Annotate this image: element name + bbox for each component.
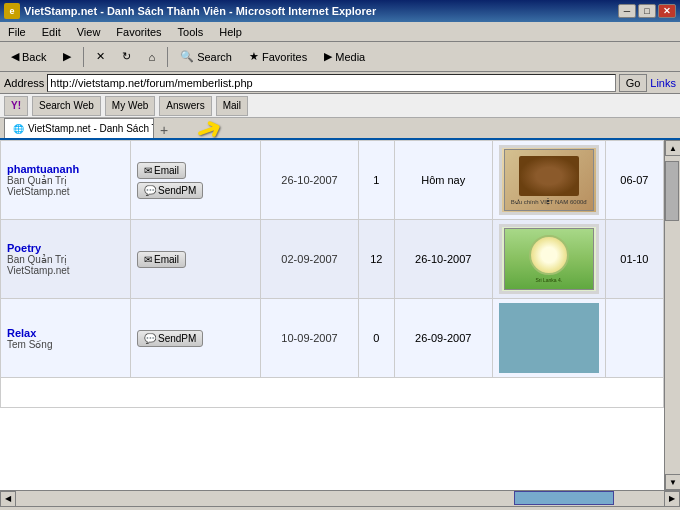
sendpm-button[interactable]: 💬 SendPM (137, 182, 203, 199)
minimize-button[interactable]: ─ (618, 4, 636, 18)
last-visit-cell: Hôm nay (394, 141, 492, 220)
table-row: Poetry Ban Quản Trị VietStamp.net ✉ Emai… (1, 220, 664, 299)
member-role: Ban Quản Trị (7, 175, 124, 186)
member-role: Ban Quản Trị (7, 254, 124, 265)
member-link[interactable]: Poetry (7, 242, 41, 254)
yahoo-toolbar: Y! Search Web My Web Answers Mail (0, 94, 680, 118)
links-label[interactable]: Links (650, 77, 676, 89)
table-row: phamtuananh Ban Quản Trị VietStamp.net ✉… (1, 141, 664, 220)
search-button[interactable]: 🔍 Search (173, 45, 239, 69)
scroll-left-button[interactable]: ◀ (0, 491, 16, 507)
table-row: Relax Tem Sống 💬 SendPM 10-09-2007 0 (1, 299, 664, 378)
member-name-cell: phamtuananh Ban Quản Trị VietStamp.net (1, 141, 131, 220)
posts-cell: 1 (359, 141, 395, 220)
search-icon: 🔍 (180, 50, 194, 63)
menu-view[interactable]: View (73, 26, 105, 38)
sendpm-button[interactable]: 💬 SendPM (137, 330, 203, 347)
back-arrow-icon: ◀ (11, 50, 19, 63)
forward-button[interactable]: ▶ (56, 45, 78, 69)
email-button[interactable]: ✉ Email (137, 251, 186, 268)
favorites-button[interactable]: ★ Favorites (242, 45, 314, 69)
window-title: VietStamp.net - Danh Sách Thành Viên - M… (24, 5, 376, 17)
back-button[interactable]: ◀ Back (4, 45, 53, 69)
last-visit-cell: 26-10-2007 (394, 220, 492, 299)
yahoo-logo-button[interactable]: Y! (4, 96, 28, 116)
menu-file[interactable]: File (4, 26, 30, 38)
member-table: phamtuananh Ban Quản Trị VietStamp.net ✉… (0, 140, 664, 408)
stamp-graphic (519, 156, 579, 196)
address-label: Address (4, 77, 44, 89)
address-input[interactable] (47, 74, 615, 92)
stamp-image: Sri Lanka 4. (499, 224, 599, 294)
close-button[interactable]: ✕ (658, 4, 676, 18)
stamp-inner: Sri Lanka 4. (504, 228, 594, 290)
email-icon: ✉ (144, 165, 152, 176)
member-role: Tem Sống (7, 339, 124, 350)
title-bar: e VietStamp.net - Danh Sách Thành Viên -… (0, 0, 680, 22)
stop-button[interactable]: ✕ (89, 45, 112, 69)
scroll-track[interactable] (665, 156, 680, 474)
member-buttons-cell: ✉ Email 💬 SendPM (131, 141, 261, 220)
maximize-button[interactable]: □ (638, 4, 656, 18)
stamp-label: Bưu chính VIỆT NAM 6000đ (511, 198, 587, 205)
browser-window: e VietStamp.net - Danh Sách Thành Viên -… (0, 0, 680, 510)
browser-icon: e (4, 3, 20, 19)
go-button[interactable]: Go (619, 74, 648, 92)
pm-icon: 💬 (144, 185, 156, 196)
tab-vietstamp[interactable]: 🌐 VietStamp.net - Danh Sách Thà... ✕ (4, 118, 154, 138)
horizontal-scrollbar: ◀ ▶ (0, 490, 680, 506)
content-area: phamtuananh Ban Quản Trị VietStamp.net ✉… (0, 140, 680, 490)
tabs-bar: 🌐 VietStamp.net - Danh Sách Thà... ✕ + (0, 118, 680, 140)
menu-edit[interactable]: Edit (38, 26, 65, 38)
points-cell (605, 299, 663, 378)
add-tab-button[interactable]: + (156, 122, 172, 138)
refresh-button[interactable]: ↻ (115, 45, 138, 69)
yahoo-my-web-button[interactable]: My Web (105, 96, 156, 116)
menu-tools[interactable]: Tools (174, 26, 208, 38)
spacer-cell (1, 378, 664, 408)
scroll-right-button[interactable]: ▶ (664, 491, 680, 507)
home-button[interactable]: ⌂ (141, 45, 162, 69)
scroll-down-button[interactable]: ▼ (665, 474, 680, 490)
scroll-thumb[interactable] (665, 161, 679, 221)
menu-favorites[interactable]: Favorites (112, 26, 165, 38)
yahoo-answers-button[interactable]: Answers (159, 96, 211, 116)
points-cell: 01-10 (605, 220, 663, 299)
main-toolbar: ◀ Back ▶ ✕ ↻ ⌂ 🔍 Search ★ Favorites ▶ Me… (0, 42, 680, 72)
yahoo-icon: Y! (11, 100, 21, 111)
stamp-image: Bưu chính VIỆT NAM 6000đ (499, 145, 599, 215)
hscroll-track[interactable] (16, 491, 664, 506)
separator2 (167, 47, 168, 67)
member-link[interactable]: phamtuananh (7, 163, 79, 175)
scroll-up-button[interactable]: ▲ (665, 140, 680, 156)
page-content: phamtuananh Ban Quản Trị VietStamp.net ✉… (0, 140, 664, 490)
yahoo-search-web-button[interactable]: Search Web (32, 96, 101, 116)
member-name-cell: Relax Tem Sống (1, 299, 131, 378)
tab-icon: 🌐 (13, 124, 24, 134)
address-bar: Address Go Links (0, 72, 680, 94)
refresh-icon: ↻ (122, 50, 131, 63)
vertical-scrollbar: ▲ ▼ (664, 140, 680, 490)
tab-label: VietStamp.net - Danh Sách Thà... (28, 123, 154, 134)
join-date-cell: 10-09-2007 (261, 299, 359, 378)
stamp-inner: Bưu chính VIỆT NAM 6000đ (504, 149, 594, 211)
join-date-cell: 26-10-2007 (261, 141, 359, 220)
favorites-star-icon: ★ (249, 50, 259, 63)
member-site: VietStamp.net (7, 265, 124, 276)
last-visit-cell: 26-09-2007 (394, 299, 492, 378)
media-button[interactable]: ▶ Media (317, 45, 372, 69)
member-link[interactable]: Relax (7, 327, 36, 339)
pm-icon: 💬 (144, 333, 156, 344)
points-cell: 06-07 (605, 141, 663, 220)
menu-help[interactable]: Help (215, 26, 246, 38)
yahoo-mail-button[interactable]: Mail (216, 96, 248, 116)
stamp-cell: Bưu chính VIỆT NAM 6000đ (492, 141, 605, 220)
separator (83, 47, 84, 67)
stamp-label: Sri Lanka 4. (535, 277, 562, 283)
email-button[interactable]: ✉ Email (137, 162, 186, 179)
stamp-cell: Sri Lanka 4. (492, 220, 605, 299)
hscroll-thumb[interactable] (514, 491, 614, 505)
member-name-cell: Poetry Ban Quản Trị VietStamp.net (1, 220, 131, 299)
join-date-cell: 02-09-2007 (261, 220, 359, 299)
posts-cell: 12 (359, 220, 395, 299)
